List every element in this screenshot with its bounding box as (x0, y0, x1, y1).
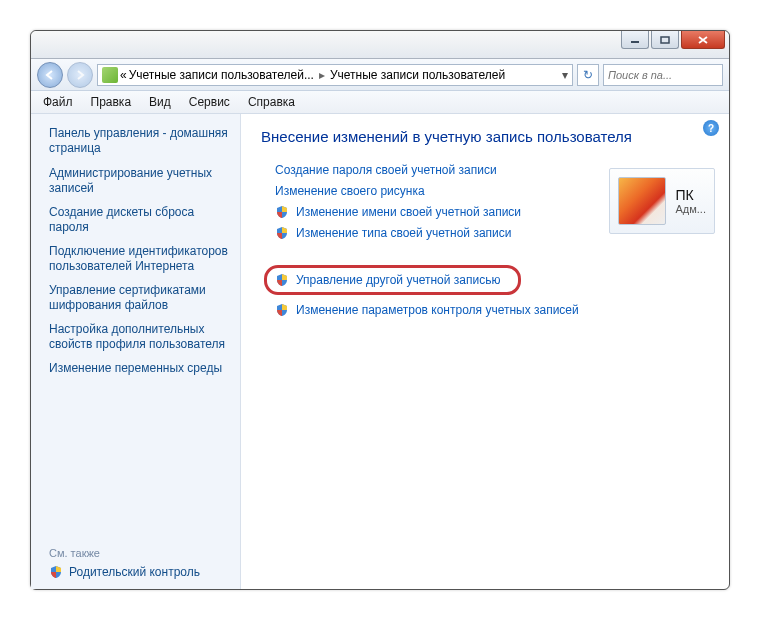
task-link: Изменение типа своей учетной записи (296, 226, 511, 240)
help-icon[interactable]: ? (703, 120, 719, 136)
task-uac-settings[interactable]: Изменение параметров контроля учетных за… (275, 303, 715, 317)
search-box[interactable] (603, 64, 723, 86)
dropdown-icon[interactable]: ▾ (562, 68, 568, 82)
breadcrumb-seg1[interactable]: Учетные записи пользователей... (129, 68, 314, 82)
maximize-button[interactable] (651, 31, 679, 49)
sidebar-item-5[interactable]: Изменение переменных среды (49, 361, 230, 376)
sidebar-item-4[interactable]: Настройка дополнительных свойств профиля… (49, 322, 230, 352)
account-role: Адм... (676, 203, 707, 215)
shield-icon (275, 273, 289, 287)
main-content: ? Внесение изменений в учетную запись по… (241, 114, 729, 589)
sidebar: Панель управления - домашняя страница Ад… (31, 114, 241, 589)
maximize-icon (660, 36, 670, 44)
task-manage-other-account[interactable]: Управление другой учетной записью (264, 265, 521, 295)
breadcrumb-seg2[interactable]: Учетные записи пользователей (330, 68, 505, 82)
page-title: Внесение изменений в учетную запись поль… (261, 128, 715, 145)
shield-icon (49, 565, 63, 579)
account-name: ПК (676, 187, 707, 203)
forward-button[interactable] (67, 62, 93, 88)
sidebar-item-1[interactable]: Создание дискеты сброса пароля (49, 205, 230, 235)
shield-icon (275, 205, 289, 219)
menu-edit[interactable]: Правка (83, 93, 140, 111)
sidebar-home-link[interactable]: Панель управления - домашняя страница (49, 126, 230, 156)
window-frame: « Учетные записи пользователей... ▸ Учет… (30, 30, 730, 590)
menu-view[interactable]: Вид (141, 93, 179, 111)
search-input[interactable] (608, 69, 718, 81)
menu-tools[interactable]: Сервис (181, 93, 238, 111)
account-card: ПК Адм... (609, 168, 716, 234)
menu-bar: Файл Правка Вид Сервис Справка (31, 91, 729, 114)
location-icon (102, 67, 118, 83)
sidebar-item-0[interactable]: Администрирование учетных записей (49, 166, 230, 196)
task-link: Изменение имени своей учетной записи (296, 205, 521, 219)
svg-rect-0 (631, 41, 639, 43)
address-bar[interactable]: « Учетные записи пользователей... ▸ Учет… (97, 64, 573, 86)
close-icon (698, 36, 708, 44)
minimize-button[interactable] (621, 31, 649, 49)
nav-bar: « Учетные записи пользователей... ▸ Учет… (31, 59, 729, 91)
arrow-right-icon (74, 69, 86, 81)
title-bar (31, 31, 729, 59)
svg-rect-1 (661, 37, 669, 43)
sidebar-item-2[interactable]: Подключение идентификаторов пользователе… (49, 244, 230, 274)
task-link: Управление другой учетной записью (296, 273, 500, 287)
refresh-button[interactable]: ↻ (577, 64, 599, 86)
minimize-icon (630, 36, 640, 44)
task-link: Изменение параметров контроля учетных за… (296, 303, 579, 317)
close-button[interactable] (681, 31, 725, 49)
see-also-label: См. также (49, 547, 230, 559)
avatar (618, 177, 666, 225)
task-link: Изменение своего рисунка (275, 184, 425, 198)
back-button[interactable] (37, 62, 63, 88)
shield-icon (275, 226, 289, 240)
breadcrumb-prefix: « (120, 68, 127, 82)
menu-file[interactable]: Файл (35, 93, 81, 111)
shield-icon (275, 303, 289, 317)
refresh-icon: ↻ (583, 68, 593, 82)
task-link: Создание пароля своей учетной записи (275, 163, 497, 177)
arrow-left-icon (44, 69, 56, 81)
see-also-link: Родительский контроль (69, 565, 200, 579)
sidebar-item-3[interactable]: Управление сертификатами шифрования файл… (49, 283, 230, 313)
menu-help[interactable]: Справка (240, 93, 303, 111)
see-also-parental[interactable]: Родительский контроль (49, 565, 230, 579)
chevron-right-icon: ▸ (319, 68, 325, 82)
